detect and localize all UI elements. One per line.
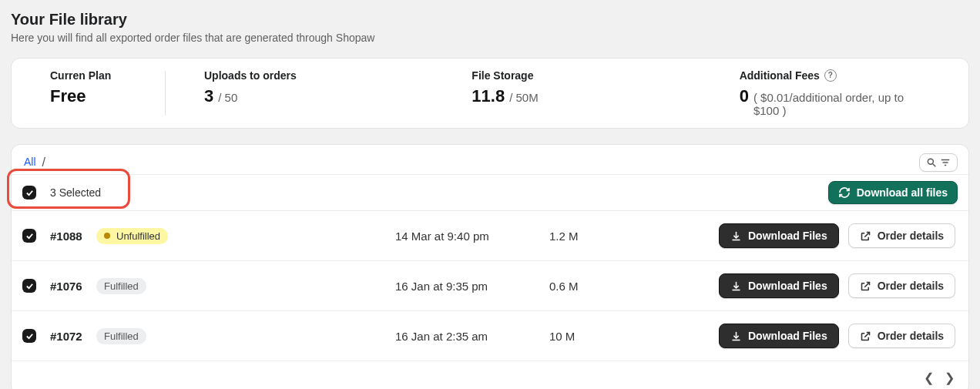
order-details-label: Order details: [878, 230, 944, 242]
download-all-label: Download all files: [857, 186, 948, 199]
search-icon: [926, 157, 937, 168]
order-id[interactable]: #1088: [50, 230, 96, 243]
file-table-card: All / 3 Selected Download all files #108…: [11, 144, 969, 389]
date-cell: 14 Mar at 9:40 pm: [395, 230, 549, 243]
order-details-button[interactable]: Order details: [848, 324, 955, 348]
filter-icon: [940, 157, 951, 168]
status-badge: Fulfilled: [96, 328, 146, 344]
check-icon: [25, 189, 34, 197]
check-icon: [25, 332, 34, 340]
stats-card: Curren Plan Free Uploads to orders 3 / 5…: [11, 58, 969, 129]
tabs-row: All /: [12, 145, 968, 174]
info-icon[interactable]: ?: [824, 69, 837, 82]
download-icon: [730, 230, 742, 242]
actions-cell: Download FilesOrder details: [719, 324, 958, 348]
tab-all[interactable]: All: [22, 151, 38, 174]
size-cell: 1.2 M: [549, 230, 719, 243]
next-page[interactable]: ❯: [945, 371, 955, 385]
search-filter-button[interactable]: [919, 153, 958, 172]
order-id[interactable]: #1072: [50, 330, 96, 343]
prev-page[interactable]: ❮: [924, 371, 934, 385]
status-text: Unfulfilled: [116, 230, 160, 242]
external-link-icon: [860, 230, 871, 242]
tab-separator: /: [42, 156, 45, 169]
status-col: Fulfilled: [96, 328, 189, 344]
order-details-label: Order details: [878, 280, 944, 292]
download-icon: [730, 280, 742, 292]
download-files-label: Download Files: [748, 330, 827, 342]
select-all-checkbox[interactable]: [22, 186, 36, 200]
date-cell: 16 Jan at 9:35 pm: [395, 280, 549, 293]
row-checkbox[interactable]: [22, 329, 36, 343]
stat-label: File Storage: [472, 69, 662, 82]
refresh-icon: [838, 186, 851, 199]
status-text: Fulfilled: [104, 330, 139, 342]
stat-fees: Additional Fees ? 0 ( $0.01/additional o…: [701, 69, 968, 117]
check-icon: [25, 232, 34, 240]
download-files-label: Download Files: [748, 230, 827, 242]
stat-sub: ( $0.01/additional order, up to $100 ): [753, 91, 930, 117]
svg-line-1: [933, 164, 936, 167]
page-subtitle: Here you will find all exported order fi…: [11, 32, 969, 44]
download-icon: [730, 330, 742, 342]
order-details-label: Order details: [878, 330, 944, 342]
stat-label: Uploads to orders: [204, 69, 394, 82]
order-id[interactable]: #1076: [50, 280, 96, 293]
selection-bar: 3 Selected Download all files: [12, 174, 968, 210]
table-row: #1072Fulfilled16 Jan at 2:35 am10 MDownl…: [12, 310, 968, 360]
download-files-button[interactable]: Download Files: [719, 273, 839, 298]
stat-sub: / 50: [218, 91, 237, 104]
stat-label-text: Additional Fees: [740, 69, 820, 82]
status-col: Unfulfilled: [96, 228, 189, 244]
external-link-icon: [860, 280, 871, 292]
download-files-button[interactable]: Download Files: [719, 223, 839, 248]
external-link-icon: [860, 330, 871, 342]
stat-value: Free: [50, 86, 86, 106]
size-cell: 10 M: [549, 330, 719, 343]
status-col: Fulfilled: [96, 278, 189, 294]
date-cell: 16 Jan at 2:35 am: [395, 330, 549, 343]
actions-cell: Download FilesOrder details: [719, 223, 958, 248]
stat-label: Additional Fees ?: [740, 69, 930, 82]
stat-label: Curren Plan: [50, 69, 127, 82]
stat-uploads: Uploads to orders 3 / 50: [166, 69, 433, 117]
table-row: #1076Fulfilled16 Jan at 9:35 pm0.6 MDown…: [12, 260, 968, 310]
status-dot: [104, 233, 110, 239]
row-checkbox[interactable]: [22, 229, 36, 243]
page-header: Your File library Here you will find all…: [11, 11, 969, 44]
table-row: #1088Unfulfilled14 Mar at 9:40 pm1.2 MDo…: [12, 210, 968, 260]
order-details-button[interactable]: Order details: [848, 223, 955, 248]
stat-plan: Curren Plan Free: [12, 69, 166, 117]
row-checkbox[interactable]: [22, 279, 36, 293]
svg-point-0: [928, 159, 933, 164]
selection-count: 3 Selected: [50, 186, 101, 199]
stat-value: 11.8: [472, 86, 505, 106]
pagination: ❮ ❯: [12, 360, 968, 389]
check-icon: [25, 282, 34, 290]
status-badge: Unfulfilled: [96, 228, 168, 244]
page-title: Your File library: [11, 11, 969, 29]
download-all-button[interactable]: Download all files: [828, 181, 958, 204]
actions-cell: Download FilesOrder details: [719, 273, 958, 298]
stat-value: 0: [740, 86, 749, 106]
status-badge: Fulfilled: [96, 278, 146, 294]
stat-value: 3: [204, 86, 213, 106]
download-files-label: Download Files: [748, 280, 827, 292]
size-cell: 0.6 M: [549, 280, 719, 293]
order-details-button[interactable]: Order details: [848, 273, 955, 298]
stat-storage: File Storage 11.8 / 50M: [433, 69, 700, 117]
download-files-button[interactable]: Download Files: [719, 324, 839, 348]
status-text: Fulfilled: [104, 280, 139, 292]
stat-sub: / 50M: [509, 91, 539, 104]
